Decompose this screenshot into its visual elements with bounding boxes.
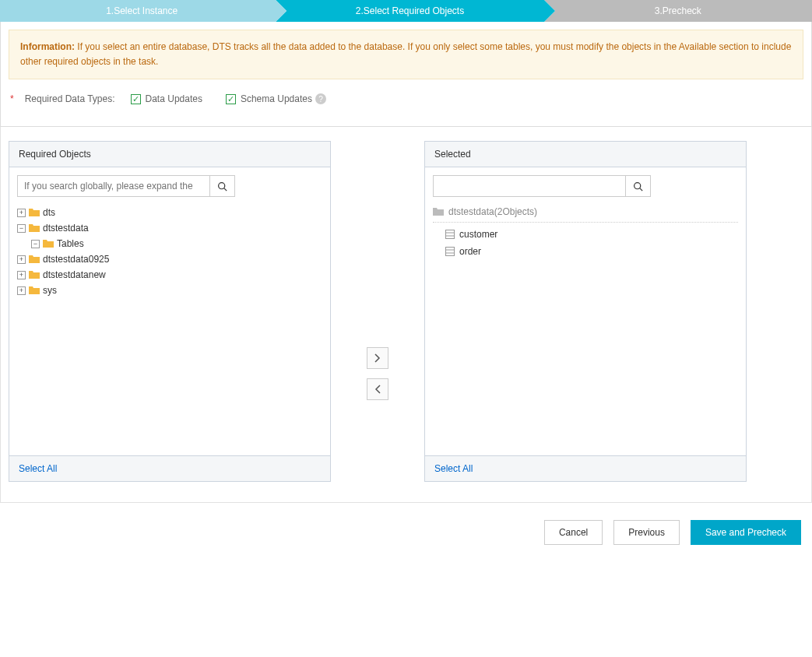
tree-node-sys[interactable]: + sys: [17, 283, 322, 298]
data-updates-label: Data Updates: [146, 93, 202, 104]
select-all-right[interactable]: Select All: [434, 463, 473, 474]
tree-label: dtstestdata: [43, 223, 89, 234]
search-input[interactable]: [434, 176, 625, 196]
svg-rect-4: [446, 230, 455, 239]
collapse-icon[interactable]: −: [31, 240, 40, 248]
selected-item-order[interactable]: order: [433, 243, 738, 260]
table-icon: [445, 247, 455, 256]
svg-point-2: [634, 183, 641, 189]
tree-label: sys: [43, 285, 57, 296]
chevron-right-icon: [374, 353, 381, 363]
required-data-types-label: Required Data Types:: [25, 93, 115, 104]
selected-item-label: customer: [459, 229, 497, 240]
tree-label: dts: [43, 207, 55, 218]
information-banner: Information: If you select an entire dat…: [9, 30, 803, 79]
folder-icon: [29, 208, 40, 217]
footer-actions: Cancel Previous Save and Precheck: [0, 508, 812, 557]
select-all-left[interactable]: Select All: [19, 463, 57, 474]
tree-node-dtstestdata0925[interactable]: + dtstestdata0925: [17, 251, 322, 267]
tree-label: dtstestdatanew: [43, 269, 106, 280]
collapse-icon[interactable]: −: [17, 224, 26, 233]
tree-node-dts[interactable]: + dts: [17, 205, 322, 220]
folder-icon: [29, 286, 40, 295]
tree-label: Tables: [57, 238, 84, 249]
expand-icon[interactable]: +: [17, 209, 26, 217]
move-right-button[interactable]: [367, 347, 388, 369]
wizard-steps: 1.Select Instance 2.Select Required Obje…: [0, 0, 812, 22]
svg-rect-7: [446, 248, 455, 256]
required-objects-title: Required Objects: [9, 142, 330, 167]
search-button[interactable]: [625, 176, 650, 196]
tree-node-tables[interactable]: − Tables: [17, 236, 322, 251]
expand-icon[interactable]: +: [17, 271, 26, 279]
search-icon: [217, 181, 227, 191]
folder-open-icon: [29, 223, 40, 233]
svg-point-0: [219, 183, 225, 189]
selected-db-label: dtstestdata(2Objects): [448, 206, 537, 217]
required-data-types-row: * Required Data Types: ✓ Data Updates ✓ …: [9, 90, 803, 112]
folder-open-icon: [43, 239, 54, 248]
required-objects-panel: Required Objects + dts − dtstestdata: [9, 141, 331, 482]
tree-label: dtstestdata0925: [43, 254, 109, 265]
information-text: If you select an entire database, DTS tr…: [20, 41, 791, 67]
step-select-required-objects[interactable]: 2.Select Required Objects: [276, 0, 543, 22]
search-button[interactable]: [209, 176, 234, 196]
information-label: Information:: [20, 41, 75, 52]
expand-icon[interactable]: +: [17, 286, 26, 295]
checkbox-schema-updates[interactable]: ✓: [226, 94, 236, 104]
folder-icon: [29, 255, 40, 264]
cancel-button[interactable]: Cancel: [544, 520, 603, 545]
chevron-left-icon: [374, 385, 381, 394]
search-input[interactable]: [18, 176, 209, 196]
selected-title: Selected: [425, 142, 746, 167]
tree-node-dtstestdata[interactable]: − dtstestdata: [17, 220, 322, 236]
selected-item-label: order: [459, 246, 481, 257]
selected-db-row[interactable]: dtstestdata(2Objects): [433, 205, 738, 223]
previous-button[interactable]: Previous: [613, 520, 680, 545]
step-select-instance[interactable]: 1.Select Instance: [0, 0, 276, 22]
selected-item-customer[interactable]: customer: [433, 226, 738, 243]
search-icon: [633, 181, 643, 191]
required-asterisk: *: [10, 93, 14, 104]
folder-icon: [29, 270, 40, 279]
folder-icon: [433, 207, 444, 216]
schema-updates-label: Schema Updates: [241, 93, 312, 104]
svg-line-1: [224, 188, 227, 191]
objects-tree: + dts − dtstestdata − Tables + d: [17, 205, 322, 298]
selected-panel: Selected dtstestdata(2Objects) customer …: [424, 141, 747, 482]
move-left-button[interactable]: [367, 378, 388, 400]
required-objects-search: [17, 175, 235, 197]
tree-node-dtstestdatanew[interactable]: + dtstestdatanew: [17, 267, 322, 283]
selected-search: [433, 175, 651, 197]
step-precheck[interactable]: 3.Precheck: [544, 0, 812, 22]
checkbox-data-updates[interactable]: ✓: [131, 94, 141, 104]
svg-line-3: [640, 188, 642, 191]
save-precheck-button[interactable]: Save and Precheck: [691, 520, 801, 545]
expand-icon[interactable]: +: [17, 255, 26, 264]
help-icon[interactable]: ?: [315, 93, 326, 104]
table-icon: [445, 230, 455, 239]
transfer-buttons: [331, 265, 424, 482]
